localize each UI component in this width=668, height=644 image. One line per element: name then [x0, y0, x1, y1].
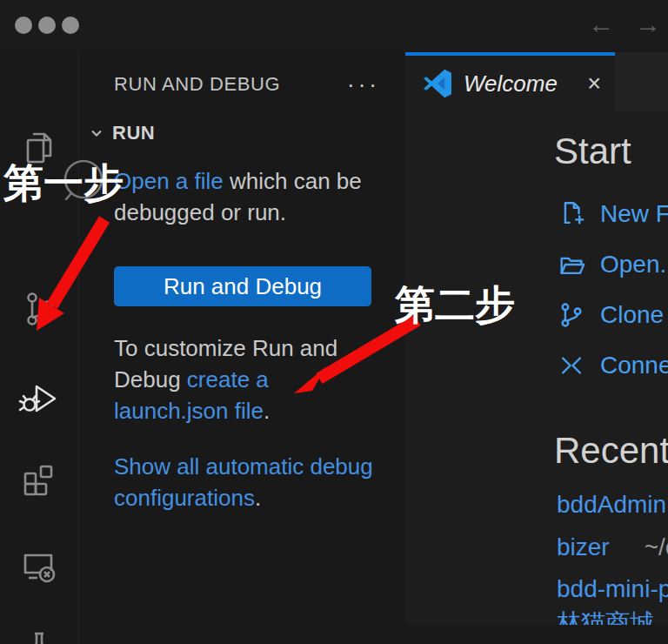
start-item-new-file[interactable]: New File...: [557, 197, 668, 231]
traffic-light-minimize-icon[interactable]: [38, 17, 56, 34]
nav-back-icon[interactable]: ←: [588, 7, 614, 42]
customize-period: .: [264, 398, 270, 424]
open-file-paragraph: Open a file which can be debugged or run…: [114, 165, 377, 228]
vscode-logo-icon: [423, 69, 452, 98]
start-item-label: Open...: [600, 251, 668, 278]
start-item-label: Clone Git Repository...: [600, 301, 668, 329]
tab-welcome[interactable]: Welcome ×: [405, 52, 615, 111]
tab-bar: Welcome ×: [405, 52, 668, 111]
recent-item-name[interactable]: 林猫商城: [557, 609, 654, 625]
recent-item-path: ~/c: [645, 533, 668, 560]
start-item-label: Connect to...: [600, 352, 668, 379]
recent-item-name[interactable]: bizer: [557, 533, 610, 560]
chevron-down-icon: [88, 124, 105, 142]
extensions-icon[interactable]: [18, 460, 60, 501]
close-icon[interactable]: ×: [587, 71, 601, 96]
step1-annotation: 第一步: [3, 157, 124, 211]
start-item-connect[interactable]: Connect to...: [557, 348, 668, 383]
start-item-label: New File...: [600, 200, 668, 228]
run-and-debug-icon[interactable]: [18, 378, 60, 419]
remote-connect-icon: [557, 351, 586, 380]
new-file-icon: [557, 199, 586, 229]
panel-header: RUN AND DEBUG ···: [114, 73, 385, 96]
run-and-debug-button[interactable]: Run and Debug: [114, 266, 371, 306]
panel-title: RUN AND DEBUG: [114, 73, 280, 96]
editor-bottom-strip: [405, 625, 668, 644]
show-configs-period: .: [255, 485, 261, 511]
remote-explorer-icon[interactable]: [18, 545, 60, 587]
recent-item-name[interactable]: bdd-mini-p: [557, 575, 668, 602]
tab-title: Welcome: [464, 70, 558, 97]
customize-paragraph: To customize Run and Debug create a laun…: [114, 332, 377, 426]
traffic-light-close-icon[interactable]: [15, 17, 32, 34]
show-configs-paragraph: Show all automatic debug configurations.: [114, 451, 377, 513]
run-and-debug-panel: RUN AND DEBUG ··· RUN Open a file which …: [78, 52, 405, 644]
activity-bar: [0, 52, 78, 644]
more-actions-icon[interactable]: ···: [347, 76, 380, 93]
recent-item[interactable]: bizer~/c: [557, 533, 668, 562]
open-folder-icon: [557, 250, 586, 279]
recent-item-name[interactable]: bddAdminI: [557, 491, 668, 518]
welcome-page: Start New File... Open... Clone Git Repo…: [405, 111, 668, 625]
step2-annotation: 第二步: [395, 278, 515, 332]
open-a-file-link[interactable]: Open a file: [114, 168, 224, 194]
run-section-header[interactable]: RUN: [88, 122, 155, 144]
start-item-clone[interactable]: Clone Git Repository...: [557, 298, 668, 332]
testing-icon[interactable]: [18, 627, 60, 644]
traffic-light-zoom-icon[interactable]: [62, 17, 79, 34]
start-item-open[interactable]: Open...: [557, 247, 668, 282]
title-bar: ← →: [0, 0, 668, 52]
recent-item[interactable]: 林猫商城: [557, 608, 668, 625]
source-control-icon[interactable]: [18, 288, 60, 330]
start-heading: Start: [554, 131, 631, 172]
recent-item[interactable]: bdd-mini-p: [557, 574, 668, 604]
recent-item[interactable]: bddAdminI: [557, 490, 668, 520]
show-all-configs-link[interactable]: Show all automatic debug configurations: [114, 453, 373, 511]
git-branch-icon: [557, 300, 586, 330]
recent-heading: Recent: [554, 430, 668, 472]
run-section-label: RUN: [112, 122, 155, 144]
nav-forward-icon[interactable]: →: [635, 7, 661, 42]
editor-group: Welcome × Start New File... Open...: [405, 52, 668, 644]
